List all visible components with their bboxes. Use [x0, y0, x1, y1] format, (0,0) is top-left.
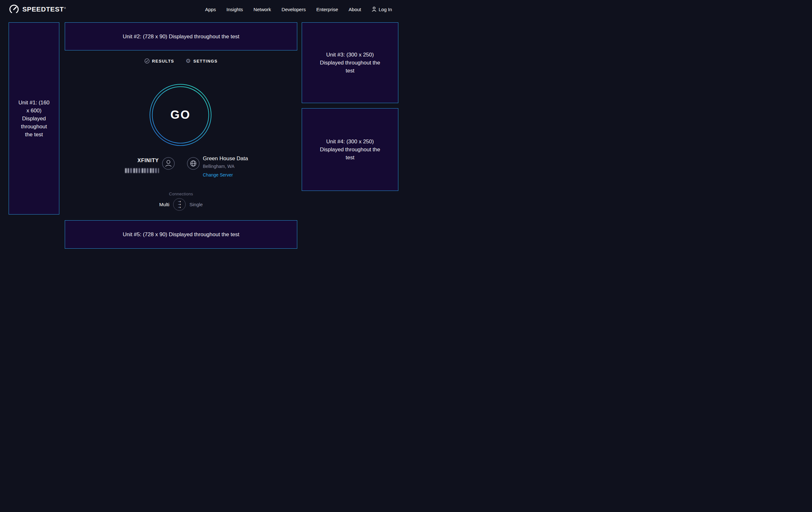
login-label: Log In [379, 7, 392, 12]
ad-unit-1-skyscraper: Unit #1: (160 x 600) Displayed throughou… [9, 22, 59, 215]
nav-links: Apps Insights Network Developers Enterpr… [205, 6, 392, 12]
globe-circle-icon [187, 157, 200, 170]
view-tabs: RESULTS ⚙ SETTINGS [65, 58, 297, 64]
speedometer-gauge-icon [9, 4, 20, 15]
server-globe-icon[interactable] [187, 157, 200, 170]
ad-unit-2-text: Unit #2: (728 x 90) Displayed throughout… [123, 32, 239, 41]
nav-item-enterprise[interactable]: Enterprise [316, 7, 338, 12]
isp-name: XFINITY [109, 158, 159, 163]
isp-ip-redacted [125, 168, 159, 173]
nav-item-about[interactable]: About [349, 7, 361, 12]
ad-unit-3-rectangle: Unit #3: (300 x 250) Displayed throughou… [302, 22, 398, 103]
speedtest-logo[interactable]: SPEEDTEST® [9, 4, 66, 15]
settings-tab-label: SETTINGS [193, 59, 218, 63]
ad-unit-5-text: Unit #5: (728 x 90) Displayed throughout… [123, 231, 239, 238]
nav-item-developers[interactable]: Developers [282, 7, 306, 12]
nav-item-network[interactable]: Network [254, 7, 271, 12]
go-button[interactable]: GO [149, 84, 212, 146]
ad-unit-4-text: Unit #4: (300 x 250) Displayed throughou… [319, 138, 381, 162]
server-name: Green House Data [203, 156, 248, 162]
results-tab-label: RESULTS [152, 59, 174, 63]
nav-item-apps[interactable]: Apps [205, 7, 216, 12]
connections-heading: Connections [65, 191, 297, 196]
tab-settings[interactable]: ⚙ SETTINGS [185, 58, 218, 64]
gear-icon: ⚙ [185, 58, 191, 64]
person-circle-icon [162, 157, 175, 170]
connections-toggle-row: Multi ⇢ ⇢ ⇢ Single [65, 198, 297, 211]
go-button-label: GO [149, 84, 212, 146]
check-circle-icon [144, 58, 150, 63]
speedtest-page: SPEEDTEST® Apps Insights Network Develop… [0, 0, 406, 256]
nav-item-insights[interactable]: Insights [227, 7, 243, 12]
ad-unit-2-leaderboard: Unit #2: (728 x 90) Displayed throughout… [65, 22, 297, 50]
ad-unit-3-text: Unit #3: (300 x 250) Displayed throughou… [319, 51, 381, 75]
login-button[interactable]: Log In [372, 6, 392, 12]
user-icon [372, 6, 377, 12]
connections-toggle-button[interactable]: ⇢ ⇢ ⇢ [173, 198, 185, 211]
ad-unit-5-leaderboard: Unit #5: (728 x 90) Displayed throughout… [65, 220, 297, 249]
change-server-link[interactable]: Change Server [203, 172, 248, 178]
isp-user-icon[interactable] [162, 157, 175, 170]
server-info: Green House Data Bellingham, WA Change S… [203, 156, 248, 178]
brand-name: SPEEDTEST® [22, 5, 66, 13]
trademark-mark: ® [64, 7, 66, 9]
dashed-arrow-icon: ⇢ [178, 206, 181, 209]
ad-unit-4-rectangle: Unit #4: (300 x 250) Displayed throughou… [302, 108, 398, 191]
tab-results[interactable]: RESULTS [144, 58, 174, 63]
server-location: Bellingham, WA [203, 164, 248, 169]
ad-unit-1-text: Unit #1: (160 x 600) Displayed throughou… [18, 99, 50, 138]
top-nav-bar: SPEEDTEST® Apps Insights Network Develop… [0, 0, 406, 19]
connections-mode-single[interactable]: Single [190, 202, 203, 207]
connections-mode-multi[interactable]: Multi [159, 202, 169, 207]
